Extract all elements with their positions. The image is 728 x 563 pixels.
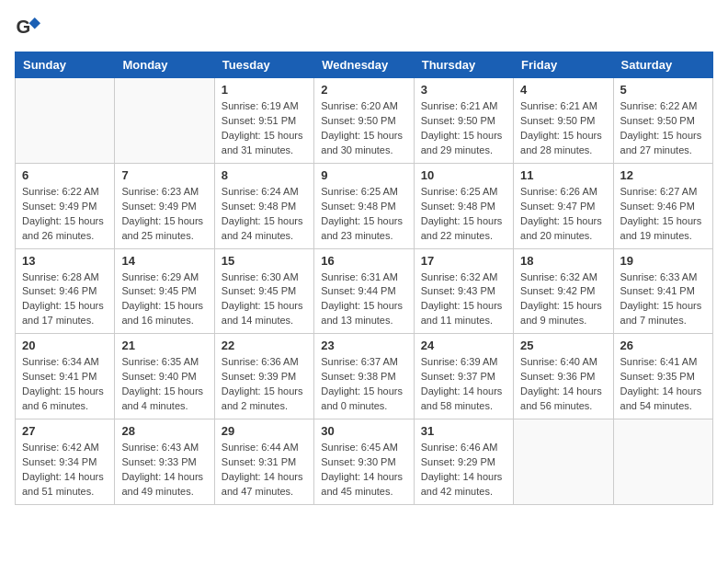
day-number: 3 xyxy=(421,83,506,97)
weekday-header: Thursday xyxy=(414,52,513,78)
calendar-cell xyxy=(613,419,712,505)
day-info: Sunrise: 6:23 AM Sunset: 9:49 PM Dayligh… xyxy=(121,185,207,244)
calendar-table: SundayMondayTuesdayWednesdayThursdayFrid… xyxy=(15,52,713,505)
day-info: Sunrise: 6:41 AM Sunset: 9:35 PM Dayligh… xyxy=(620,355,706,414)
weekday-header: Friday xyxy=(514,52,613,78)
logo: G xyxy=(15,15,44,40)
day-info: Sunrise: 6:34 AM Sunset: 9:41 PM Dayligh… xyxy=(22,355,108,414)
day-number: 30 xyxy=(321,424,406,438)
day-info: Sunrise: 6:28 AM Sunset: 9:46 PM Dayligh… xyxy=(22,270,108,329)
day-number: 20 xyxy=(22,339,108,352)
calendar-cell: 4Sunrise: 6:21 AM Sunset: 9:50 PM Daylig… xyxy=(514,78,613,164)
day-number: 19 xyxy=(620,254,706,268)
day-number: 7 xyxy=(121,168,207,182)
day-number: 25 xyxy=(520,339,606,352)
calendar-cell: 1Sunrise: 6:19 AM Sunset: 9:51 PM Daylig… xyxy=(214,78,313,164)
calendar-cell: 24Sunrise: 6:39 AM Sunset: 9:37 PM Dayli… xyxy=(414,334,513,419)
day-number: 5 xyxy=(620,83,706,97)
day-number: 14 xyxy=(121,254,207,268)
day-number: 11 xyxy=(520,168,606,182)
calendar-cell: 8Sunrise: 6:24 AM Sunset: 9:48 PM Daylig… xyxy=(214,163,313,248)
day-info: Sunrise: 6:37 AM Sunset: 9:38 PM Dayligh… xyxy=(321,355,406,414)
day-number: 17 xyxy=(421,254,506,268)
calendar-week-row: 1Sunrise: 6:19 AM Sunset: 9:51 PM Daylig… xyxy=(16,78,713,164)
day-info: Sunrise: 6:45 AM Sunset: 9:30 PM Dayligh… xyxy=(321,441,406,500)
day-info: Sunrise: 6:21 AM Sunset: 9:50 PM Dayligh… xyxy=(520,99,606,158)
page-header: G xyxy=(15,15,713,40)
day-info: Sunrise: 6:22 AM Sunset: 9:50 PM Dayligh… xyxy=(620,99,706,158)
calendar-cell: 20Sunrise: 6:34 AM Sunset: 9:41 PM Dayli… xyxy=(16,334,115,419)
calendar-cell: 5Sunrise: 6:22 AM Sunset: 9:50 PM Daylig… xyxy=(613,78,712,164)
calendar-cell: 17Sunrise: 6:32 AM Sunset: 9:43 PM Dayli… xyxy=(414,248,513,334)
calendar-cell xyxy=(514,419,613,505)
calendar-cell: 15Sunrise: 6:30 AM Sunset: 9:45 PM Dayli… xyxy=(214,248,313,334)
calendar-cell: 28Sunrise: 6:43 AM Sunset: 9:33 PM Dayli… xyxy=(115,419,214,505)
day-info: Sunrise: 6:32 AM Sunset: 9:42 PM Dayligh… xyxy=(520,270,606,329)
day-number: 12 xyxy=(620,168,706,182)
calendar-cell: 21Sunrise: 6:35 AM Sunset: 9:40 PM Dayli… xyxy=(115,334,214,419)
calendar-cell: 12Sunrise: 6:27 AM Sunset: 9:46 PM Dayli… xyxy=(613,163,712,248)
calendar-cell: 30Sunrise: 6:45 AM Sunset: 9:30 PM Dayli… xyxy=(314,419,414,505)
day-number: 15 xyxy=(222,254,307,268)
day-info: Sunrise: 6:31 AM Sunset: 9:44 PM Dayligh… xyxy=(321,270,406,329)
day-info: Sunrise: 6:22 AM Sunset: 9:49 PM Dayligh… xyxy=(22,185,108,244)
day-info: Sunrise: 6:44 AM Sunset: 9:31 PM Dayligh… xyxy=(222,441,307,500)
logo-icon: G xyxy=(15,15,40,40)
day-info: Sunrise: 6:26 AM Sunset: 9:47 PM Dayligh… xyxy=(520,185,606,244)
weekday-header: Saturday xyxy=(613,52,712,78)
day-info: Sunrise: 6:35 AM Sunset: 9:40 PM Dayligh… xyxy=(121,355,207,414)
day-info: Sunrise: 6:19 AM Sunset: 9:51 PM Dayligh… xyxy=(222,99,307,158)
day-info: Sunrise: 6:36 AM Sunset: 9:39 PM Dayligh… xyxy=(222,355,307,414)
calendar-week-row: 20Sunrise: 6:34 AM Sunset: 9:41 PM Dayli… xyxy=(16,334,713,419)
calendar-cell: 16Sunrise: 6:31 AM Sunset: 9:44 PM Dayli… xyxy=(314,248,414,334)
day-info: Sunrise: 6:20 AM Sunset: 9:50 PM Dayligh… xyxy=(321,99,406,158)
day-info: Sunrise: 6:32 AM Sunset: 9:43 PM Dayligh… xyxy=(421,270,506,329)
calendar-cell xyxy=(16,78,115,164)
day-number: 28 xyxy=(121,424,207,438)
day-number: 24 xyxy=(421,339,506,352)
day-number: 31 xyxy=(421,424,506,438)
calendar-cell: 29Sunrise: 6:44 AM Sunset: 9:31 PM Dayli… xyxy=(214,419,313,505)
day-number: 13 xyxy=(22,254,108,268)
calendar-header-row: SundayMondayTuesdayWednesdayThursdayFrid… xyxy=(16,52,713,78)
calendar-cell: 19Sunrise: 6:33 AM Sunset: 9:41 PM Dayli… xyxy=(613,248,712,334)
calendar-week-row: 13Sunrise: 6:28 AM Sunset: 9:46 PM Dayli… xyxy=(16,248,713,334)
day-number: 1 xyxy=(222,83,307,97)
day-info: Sunrise: 6:27 AM Sunset: 9:46 PM Dayligh… xyxy=(620,185,706,244)
calendar-cell: 10Sunrise: 6:25 AM Sunset: 9:48 PM Dayli… xyxy=(414,163,513,248)
calendar-cell: 6Sunrise: 6:22 AM Sunset: 9:49 PM Daylig… xyxy=(16,163,115,248)
day-number: 10 xyxy=(421,168,506,182)
calendar-week-row: 6Sunrise: 6:22 AM Sunset: 9:49 PM Daylig… xyxy=(16,163,713,248)
day-info: Sunrise: 6:43 AM Sunset: 9:33 PM Dayligh… xyxy=(121,441,207,500)
calendar-cell xyxy=(115,78,214,164)
day-number: 22 xyxy=(222,339,307,352)
calendar-cell: 2Sunrise: 6:20 AM Sunset: 9:50 PM Daylig… xyxy=(314,78,414,164)
day-info: Sunrise: 6:40 AM Sunset: 9:36 PM Dayligh… xyxy=(520,355,606,414)
day-number: 21 xyxy=(121,339,207,352)
day-info: Sunrise: 6:25 AM Sunset: 9:48 PM Dayligh… xyxy=(321,185,406,244)
day-number: 6 xyxy=(22,168,108,182)
day-info: Sunrise: 6:21 AM Sunset: 9:50 PM Dayligh… xyxy=(421,99,506,158)
day-number: 26 xyxy=(620,339,706,352)
calendar-cell: 23Sunrise: 6:37 AM Sunset: 9:38 PM Dayli… xyxy=(314,334,414,419)
day-number: 29 xyxy=(222,424,307,438)
calendar-cell: 26Sunrise: 6:41 AM Sunset: 9:35 PM Dayli… xyxy=(613,334,712,419)
day-number: 23 xyxy=(321,339,406,352)
calendar-cell: 11Sunrise: 6:26 AM Sunset: 9:47 PM Dayli… xyxy=(514,163,613,248)
calendar-cell: 14Sunrise: 6:29 AM Sunset: 9:45 PM Dayli… xyxy=(115,248,214,334)
day-info: Sunrise: 6:46 AM Sunset: 9:29 PM Dayligh… xyxy=(421,441,506,500)
weekday-header: Sunday xyxy=(16,52,115,78)
calendar-cell: 3Sunrise: 6:21 AM Sunset: 9:50 PM Daylig… xyxy=(414,78,513,164)
day-info: Sunrise: 6:24 AM Sunset: 9:48 PM Dayligh… xyxy=(222,185,307,244)
day-info: Sunrise: 6:39 AM Sunset: 9:37 PM Dayligh… xyxy=(421,355,506,414)
day-info: Sunrise: 6:42 AM Sunset: 9:34 PM Dayligh… xyxy=(22,441,108,500)
calendar-cell: 22Sunrise: 6:36 AM Sunset: 9:39 PM Dayli… xyxy=(214,334,313,419)
calendar-cell: 31Sunrise: 6:46 AM Sunset: 9:29 PM Dayli… xyxy=(414,419,513,505)
calendar-week-row: 27Sunrise: 6:42 AM Sunset: 9:34 PM Dayli… xyxy=(16,419,713,505)
calendar-cell: 18Sunrise: 6:32 AM Sunset: 9:42 PM Dayli… xyxy=(514,248,613,334)
calendar-cell: 9Sunrise: 6:25 AM Sunset: 9:48 PM Daylig… xyxy=(314,163,414,248)
calendar-cell: 25Sunrise: 6:40 AM Sunset: 9:36 PM Dayli… xyxy=(514,334,613,419)
calendar-cell: 13Sunrise: 6:28 AM Sunset: 9:46 PM Dayli… xyxy=(16,248,115,334)
day-info: Sunrise: 6:30 AM Sunset: 9:45 PM Dayligh… xyxy=(222,270,307,329)
calendar-cell: 7Sunrise: 6:23 AM Sunset: 9:49 PM Daylig… xyxy=(115,163,214,248)
